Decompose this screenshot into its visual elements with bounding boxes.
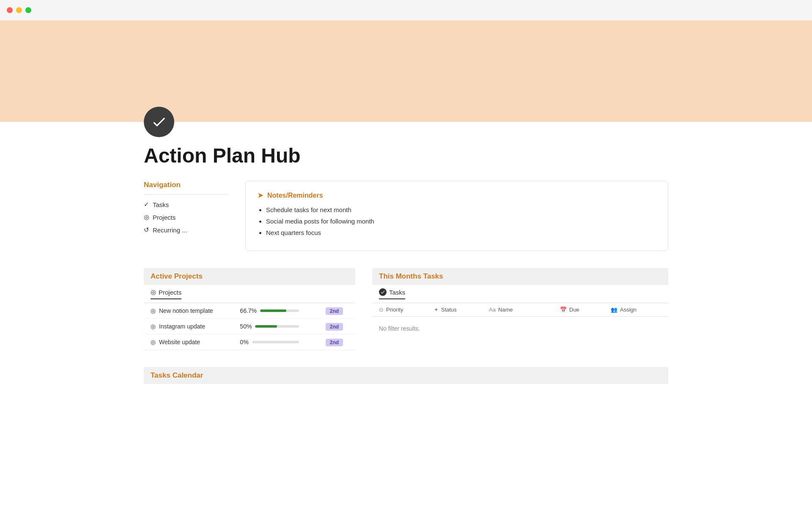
traffic-light-yellow[interactable] (16, 7, 22, 13)
page-icon (144, 107, 174, 137)
project-percent-cell-2: 50% (233, 319, 318, 334)
notes-list: Schedule tasks for next month Social med… (258, 206, 656, 236)
page-icon-wrap (144, 107, 668, 137)
col-priority-label: Priority (386, 306, 403, 313)
notes-item-3: Next quarters focus (266, 229, 656, 236)
nav-item-tasks[interactable]: ✓ Tasks (144, 201, 228, 208)
no-results-text: No filter results. (372, 317, 668, 340)
tasks-panel-header: This Months Tasks (372, 268, 668, 285)
projects-tab-label: Projects (159, 289, 181, 296)
col-assign: 👥 Assign (611, 306, 661, 313)
page-title: Action Plan Hub (144, 144, 668, 167)
target-icon: ◎ (144, 213, 149, 221)
progress-wrap-1: 66.7% (240, 307, 299, 314)
progress-bg-3 (252, 341, 299, 343)
project-icon-3: ◎ (151, 339, 156, 345)
table-row: ◎ New notion template 66.7% (144, 303, 355, 319)
nav-recurring-label: Recurring ... (153, 226, 187, 234)
name-icon: Aa (489, 306, 496, 313)
traffic-light-green[interactable] (25, 7, 31, 13)
project-badge-3: 2nd (326, 339, 343, 346)
project-percent-cell-3: 0% (233, 334, 318, 350)
project-percent-cell-1: 66.7% (233, 303, 318, 319)
tasks-tab-row: Tasks (372, 285, 668, 303)
progress-bg-1 (260, 309, 299, 312)
project-percent-2: 50% (240, 323, 252, 330)
page-content: Action Plan Hub Navigation ✓ Tasks ◎ Pro… (110, 107, 702, 418)
project-badge-1: 2nd (326, 307, 343, 315)
project-label-1: New notion template (159, 307, 213, 314)
progress-fill-2 (255, 325, 277, 328)
project-percent-1: 66.7% (240, 307, 257, 314)
notes-item-2: Social media posts for following month (266, 218, 656, 225)
col-priority: ⊙ Priority (379, 306, 434, 313)
checkmark-icon (151, 114, 167, 130)
project-badge-cell-1: 2nd (319, 303, 355, 319)
bottom-section: Active Projects ◎ Projects ◎ New notion … (144, 268, 668, 350)
navigation-section: Navigation ✓ Tasks ◎ Projects ↺ Recurrin… (144, 181, 228, 251)
tasks-tab-label: Tasks (389, 289, 405, 296)
project-label-3: Website update (159, 339, 200, 345)
notes-title: Notes/Reminders (267, 192, 323, 199)
projects-table: ◎ New notion template 66.7% (144, 303, 355, 350)
tasks-tab[interactable]: Tasks (379, 288, 405, 299)
col-name: Aa Name (489, 306, 560, 313)
project-badge-cell-2: 2nd (319, 319, 355, 334)
navigation-heading: Navigation (144, 181, 228, 189)
active-projects-title: Active Projects (151, 272, 203, 280)
col-assign-label: Assign (620, 306, 636, 313)
projects-tab-row: ◎ Projects (144, 285, 355, 303)
progress-fill-1 (260, 309, 286, 312)
this-months-tasks-panel: This Months Tasks Tasks ⊙ Priority ✦ Sta… (372, 268, 668, 350)
active-projects-header: Active Projects (144, 268, 355, 285)
col-due-label: Due (569, 306, 579, 313)
calendar-header: Tasks Calendar (144, 367, 668, 384)
project-name-3: ◎ Website update (151, 339, 226, 345)
notes-heading: ➤ Notes/Reminders (258, 191, 656, 199)
project-label-2: Instagram update (159, 323, 205, 330)
col-due: 📅 Due (560, 306, 611, 313)
due-icon: 📅 (560, 306, 567, 313)
nav-divider (144, 194, 228, 195)
nav-projects-label: Projects (153, 214, 176, 221)
progress-bg-2 (255, 325, 299, 328)
assign-icon: 👥 (611, 306, 617, 313)
project-icon-2: ◎ (151, 323, 156, 330)
calendar-title: Tasks Calendar (151, 371, 203, 379)
project-badge-2: 2nd (326, 323, 343, 331)
col-status-label: Status (441, 306, 457, 313)
active-projects-panel: Active Projects ◎ Projects ◎ New notion … (144, 268, 355, 350)
status-icon: ✦ (434, 306, 439, 313)
check-circle-icon (379, 288, 387, 296)
nav-item-recurring[interactable]: ↺ Recurring ... (144, 226, 228, 234)
recurring-icon: ↺ (144, 226, 149, 234)
progress-wrap-3: 0% (240, 339, 299, 345)
col-name-label: Name (498, 306, 513, 313)
top-section: Navigation ✓ Tasks ◎ Projects ↺ Recurrin… (144, 181, 668, 251)
project-badge-cell-3: 2nd (319, 334, 355, 350)
nav-tasks-label: Tasks (153, 201, 169, 208)
notes-box: ➤ Notes/Reminders Schedule tasks for nex… (245, 181, 668, 251)
project-percent-3: 0% (240, 339, 248, 345)
projects-tab[interactable]: ◎ Projects (151, 288, 181, 299)
project-name-cell-3: ◎ Website update (144, 334, 233, 350)
check-icon: ✓ (144, 201, 149, 208)
tasks-panel-title: This Months Tasks (379, 272, 443, 280)
nav-item-projects[interactable]: ◎ Projects (144, 213, 228, 221)
table-row: ◎ Instagram update 50% (144, 319, 355, 334)
table-row: ◎ Website update 0% (144, 334, 355, 350)
traffic-light-red[interactable] (7, 7, 13, 13)
progress-wrap-2: 50% (240, 323, 299, 330)
project-name-2: ◎ Instagram update (151, 323, 226, 330)
tasks-calendar-section: Tasks Calendar (144, 367, 668, 384)
titlebar (0, 0, 812, 20)
projects-tab-icon: ◎ (151, 288, 156, 296)
tasks-column-headers: ⊙ Priority ✦ Status Aa Name 📅 Due 👥 (372, 303, 668, 317)
project-name-cell: ◎ New notion template (144, 303, 233, 319)
arrow-icon: ➤ (258, 191, 263, 199)
project-name-1: ◎ New notion template (151, 307, 226, 314)
col-status: ✦ Status (434, 306, 489, 313)
priority-icon: ⊙ (379, 306, 384, 313)
project-icon-1: ◎ (151, 307, 156, 314)
project-name-cell-2: ◎ Instagram update (144, 319, 233, 334)
